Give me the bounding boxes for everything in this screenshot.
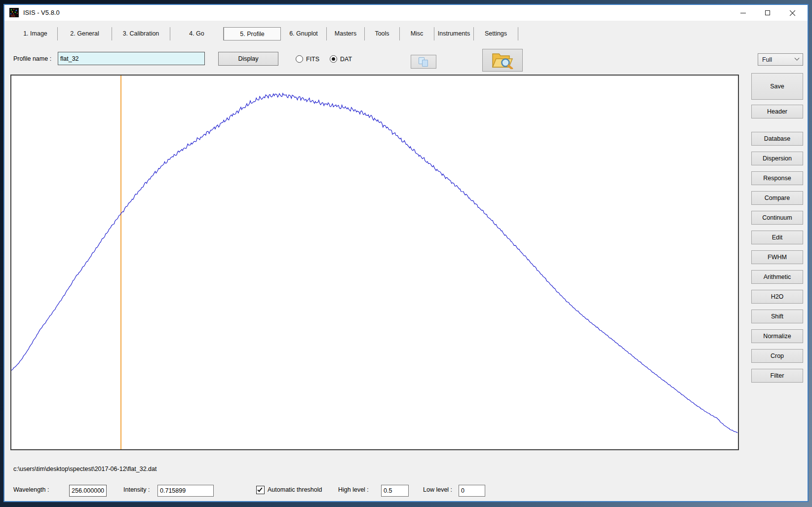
close-icon (789, 10, 796, 16)
tab-5-profile[interactable]: 5. Profile (224, 27, 281, 40)
file-path: c:\users\tim\desktop\spectest\2017-06-12… (13, 466, 156, 472)
sidebar-button-edit[interactable]: Edit (751, 231, 803, 244)
tab-3-calibration[interactable]: 3. Calibration (112, 27, 170, 40)
tab-2-general[interactable]: 2. General (58, 27, 112, 40)
sidebar-button-shift[interactable]: Shift (751, 310, 803, 323)
copy-pages-icon (419, 57, 428, 67)
intensity-label: Intensity : (123, 486, 150, 493)
tab-6-gnuplot[interactable]: 6. Gnuplot (281, 27, 327, 40)
folder-search-icon (491, 50, 514, 69)
sidebar-button-save[interactable]: Save (751, 73, 803, 100)
radio-fits-circle (296, 55, 303, 63)
svg-text:ISIS: ISIS (10, 14, 15, 17)
minimize-icon (740, 13, 746, 13)
automatic-threshold-checkbox[interactable] (256, 486, 265, 494)
tab-masters[interactable]: Masters (327, 27, 365, 40)
high-level-input[interactable] (381, 485, 409, 497)
sidebar-button-crop[interactable]: Crop (751, 349, 803, 363)
sidebar: SaveHeaderDatabaseDispersionResponseComp… (751, 73, 803, 389)
tab-instruments[interactable]: Instruments (434, 27, 474, 40)
sidebar-button-normalize[interactable]: Normalize (751, 329, 803, 343)
sidebar-button-filter[interactable]: Filter (751, 369, 803, 383)
minimize-button[interactable] (731, 5, 755, 21)
title-bar: ISIS ISIS - V5.8.0 (4, 5, 808, 21)
wavelength-label: Wavelength : (13, 486, 49, 493)
chevron-down-icon (795, 56, 800, 61)
sidebar-button-response[interactable]: Response (751, 171, 803, 185)
high-level-label: High level : (338, 486, 369, 493)
tab-4-go[interactable]: 4. Go (170, 27, 224, 40)
automatic-threshold-label: Automatic threshold (268, 486, 322, 493)
tab-misc[interactable]: Misc (400, 27, 434, 40)
sidebar-button-h2o[interactable]: H2O (751, 290, 803, 304)
radio-dat[interactable]: DAT (330, 55, 352, 63)
tab-tools[interactable]: Tools (365, 27, 400, 40)
app-window: ISIS ISIS - V5.8.0 1. Image2. General3. … (3, 4, 809, 502)
profile-name-label: Profile name : (13, 55, 51, 62)
sidebar-button-header[interactable]: Header (751, 105, 803, 118)
sidebar-button-dispersion[interactable]: Dispersion (751, 152, 803, 165)
display-button[interactable]: Display (218, 52, 278, 66)
tab-1-image[interactable]: 1. Image (13, 27, 58, 40)
radio-fits-label: FITS (306, 56, 319, 63)
intensity-input[interactable] (157, 485, 214, 497)
close-button[interactable] (780, 5, 805, 21)
sidebar-button-arithmetic[interactable]: Arithmetic (751, 270, 803, 284)
view-range-dropdown[interactable]: Full (758, 53, 803, 66)
browse-button[interactable] (482, 49, 523, 72)
sidebar-button-compare[interactable]: Compare (751, 191, 803, 205)
view-range-value: Full (762, 56, 795, 63)
window-controls (731, 5, 805, 21)
low-level-input[interactable] (459, 485, 485, 497)
tab-strip: 1. Image2. General3. Calibration4. Go5. … (13, 27, 518, 40)
check-icon (257, 487, 262, 492)
tab-settings[interactable]: Settings (474, 27, 518, 40)
wavelength-input[interactable] (69, 485, 107, 497)
low-level-label: Low level : (423, 486, 452, 493)
radio-dat-circle (330, 55, 337, 63)
app-icon: ISIS (9, 8, 19, 17)
window-title: ISIS - V5.8.0 (23, 9, 60, 16)
profile-name-input[interactable] (58, 52, 205, 65)
maximize-button[interactable] (755, 5, 780, 21)
sidebar-button-continuum[interactable]: Continuum (751, 211, 803, 225)
sidebar-button-database[interactable]: Database (751, 132, 803, 146)
sidebar-button-fwhm[interactable]: FWHM (751, 250, 803, 264)
maximize-icon (765, 10, 770, 15)
spectrum-canvas[interactable] (11, 76, 738, 449)
radio-fits[interactable]: FITS (296, 55, 319, 63)
copy-button[interactable] (411, 55, 436, 69)
radio-dat-label: DAT (340, 56, 352, 63)
profile-plot[interactable] (10, 75, 739, 450)
